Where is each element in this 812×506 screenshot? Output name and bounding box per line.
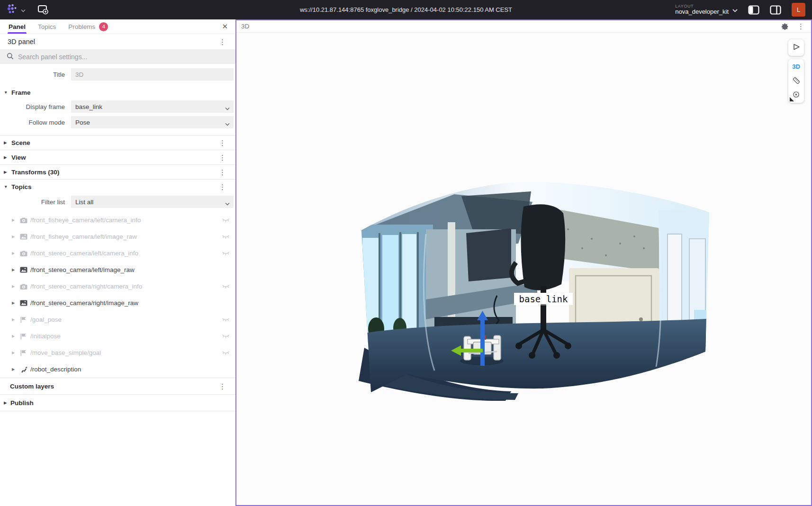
topic-row[interactable]: ▶ /front_fisheye_camera/left/camera_info <box>0 212 235 228</box>
expand-triangle-icon[interactable]: ▶ <box>12 235 20 239</box>
topic-row[interactable]: ▶ /front_stereo_camera/right/camera_info <box>0 278 235 295</box>
kebab-menu-icon[interactable]: ⋮ <box>217 182 228 191</box>
chevron-down-icon <box>225 200 230 207</box>
section-label: Transforms (30) <box>10 169 217 176</box>
topic-row[interactable]: ▶ c /robot_description <box>0 361 235 378</box>
add-panel-button[interactable] <box>37 4 49 16</box>
expand-triangle-icon[interactable]: ▶ <box>12 301 20 305</box>
expand-triangle-icon[interactable]: ▶ <box>12 218 20 222</box>
topic-name: /front_stereo_camera/right/image_raw <box>30 299 220 307</box>
collapse-triangle-icon: ▶ <box>4 140 10 145</box>
close-icon[interactable]: ✕ <box>222 23 228 30</box>
user-avatar[interactable]: L <box>792 3 805 17</box>
kebab-menu-icon[interactable]: ⋮ <box>217 153 228 162</box>
left-sidebar-toggle-icon[interactable] <box>748 5 759 15</box>
foxglove-logo-icon <box>7 3 19 17</box>
mode-3d-button[interactable]: 3D <box>792 63 800 70</box>
frame-label: base_link <box>514 293 573 305</box>
gear-icon[interactable] <box>781 23 789 30</box>
chevron-down-icon <box>225 105 230 112</box>
panel-settings-header: 3D panel ⋮ <box>0 34 235 50</box>
section-scene[interactable]: ▶ Scene ⋮ <box>0 136 235 150</box>
expand-triangle-icon[interactable]: ▶ <box>12 334 20 338</box>
eye-off-icon[interactable] <box>220 284 230 289</box>
measure-ruler-icon[interactable] <box>792 76 801 85</box>
image-icon <box>20 234 30 240</box>
filter-list-select[interactable]: List all <box>71 196 234 208</box>
section-topics[interactable]: ▼ Topics ⋮ <box>0 180 235 194</box>
expand-triangle-icon[interactable]: ▶ <box>12 268 20 272</box>
flag-icon <box>20 333 30 340</box>
eye-off-icon[interactable] <box>220 350 230 356</box>
cursor-arrow-icon <box>792 42 801 54</box>
topic-row[interactable]: ▶ /front_stereo_camera/left/camera_info <box>0 245 235 262</box>
kebab-menu-icon[interactable]: ⋮ <box>217 37 228 46</box>
eye-off-icon[interactable] <box>220 334 230 339</box>
expand-triangle-icon[interactable]: ▶ <box>12 284 20 289</box>
kebab-menu-icon[interactable]: ⋮ <box>217 168 228 177</box>
topic-name: /move_base_simple/goal <box>30 349 220 356</box>
problems-count-badge: 4 <box>99 22 108 31</box>
select-tool-button[interactable] <box>788 39 804 56</box>
collapse-triangle-icon: ▶ <box>4 170 10 174</box>
kebab-menu-icon[interactable]: ⋮ <box>217 138 228 147</box>
topic-name: /front_stereo_camera/left/camera_info <box>30 250 220 257</box>
camera-icon <box>20 217 30 224</box>
tab-panel[interactable]: Panel <box>9 19 26 34</box>
section-transforms[interactable]: ▶ Transforms (30) ⋮ <box>0 165 235 179</box>
section-frame[interactable]: ▼ Frame <box>0 85 235 99</box>
view-tool-group: 3D <box>788 59 804 103</box>
topic-row[interactable]: ▶ /initialpose <box>0 328 235 344</box>
kebab-menu-icon[interactable]: ⋮ <box>795 22 806 31</box>
app-menu-button[interactable] <box>7 3 26 17</box>
layout-picker[interactable]: LAYOUT nova_developer_kit <box>675 4 738 16</box>
tab-topics[interactable]: Topics <box>38 19 56 34</box>
title-field[interactable]: 3D <box>71 68 234 81</box>
eye-off-icon[interactable] <box>220 251 230 256</box>
collapse-triangle-icon: ▼ <box>4 184 10 189</box>
display-frame-value: base_link <box>75 103 102 110</box>
topic-name: /front_fisheye_camera/left/image_raw <box>30 233 220 240</box>
section-publish[interactable]: ▶ Publish <box>0 395 235 411</box>
follow-mode-value: Pose <box>75 119 90 126</box>
topic-row[interactable]: ▶ /move_base_simple/goal <box>0 344 235 361</box>
expand-triangle-icon[interactable]: ▶ <box>12 251 20 255</box>
svg-text:base_link: base_link <box>519 294 568 305</box>
panel-settings-search[interactable] <box>0 50 235 64</box>
section-custom-layers[interactable]: Custom layers ⋮ <box>0 378 235 394</box>
eye-off-icon[interactable] <box>220 317 230 323</box>
follow-mode-label: Follow mode <box>0 119 71 126</box>
right-sidebar-toggle-icon[interactable] <box>770 5 781 15</box>
topic-row[interactable]: ▶ /goal_pose <box>0 311 235 328</box>
kebab-menu-icon[interactable]: ⋮ <box>217 382 228 391</box>
flag-icon <box>20 350 30 356</box>
topic-row[interactable]: ▶ /front_stereo_camera/left/image_raw <box>0 262 235 278</box>
display-frame-select[interactable]: base_link <box>71 100 234 113</box>
section-label: Topics <box>10 183 217 190</box>
section-label: View <box>10 154 217 161</box>
tab-label: Problems <box>68 23 95 30</box>
expand-triangle-icon[interactable]: ▶ <box>12 317 20 322</box>
expand-triangle-icon[interactable]: ▶ <box>12 351 20 355</box>
follow-mode-select[interactable]: Pose <box>71 116 234 128</box>
robot-icon: c <box>20 366 30 373</box>
search-input[interactable] <box>18 53 229 61</box>
3d-panel-header[interactable]: 3D ⋮ <box>236 20 811 33</box>
chevron-down-icon <box>225 120 230 127</box>
image-icon <box>20 267 30 273</box>
title-field-label: Title <box>0 71 71 78</box>
section-label: Custom layers <box>10 383 54 390</box>
filter-list-label: Filter list <box>0 199 71 206</box>
left-sidebar: Panel Topics Problems 4 ✕ 3D panel ⋮ Tit… <box>0 19 235 506</box>
3d-panel: 3D ⋮ 3D <box>235 19 812 506</box>
3d-scene[interactable]: base_link <box>355 177 716 401</box>
topic-row[interactable]: ▶ /front_fisheye_camera/left/image_raw <box>0 228 235 245</box>
topic-row[interactable]: ▶ /front_stereo_camera/right/image_raw <box>0 295 235 311</box>
toolbar-resize-handle[interactable] <box>790 97 794 101</box>
tab-problems[interactable]: Problems 4 <box>68 19 108 34</box>
expand-triangle-icon[interactable]: ▶ <box>12 367 20 371</box>
camera-icon <box>20 250 30 257</box>
section-view[interactable]: ▶ View ⋮ <box>0 150 235 164</box>
eye-off-icon[interactable] <box>220 234 230 240</box>
eye-off-icon[interactable] <box>220 217 230 223</box>
